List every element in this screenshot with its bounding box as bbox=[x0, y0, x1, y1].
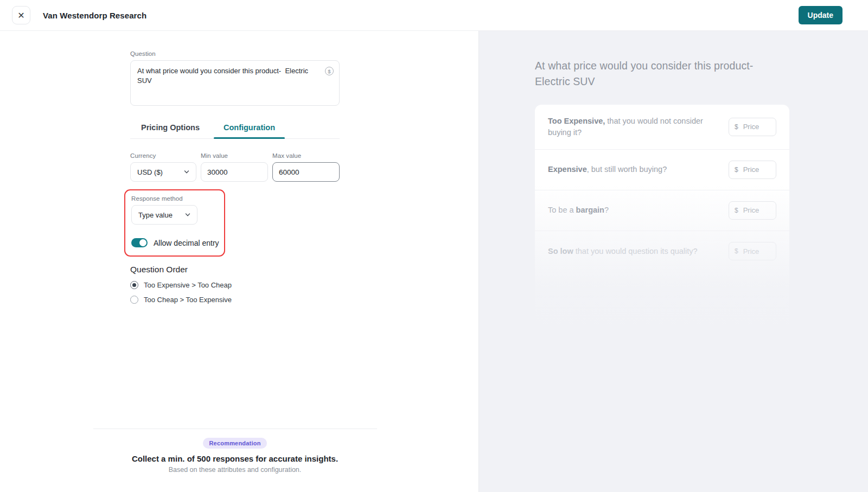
response-method-select[interactable]: Type value bbox=[131, 205, 197, 225]
question-label: Question bbox=[130, 50, 340, 57]
tab-bar: Pricing Options Configuration bbox=[130, 119, 340, 139]
radio-selected-icon bbox=[130, 281, 138, 289]
question-order-title: Question Order bbox=[130, 265, 340, 274]
tab-pricing-options[interactable]: Pricing Options bbox=[139, 119, 202, 138]
dollar-icon: $ bbox=[735, 166, 738, 174]
preview-row-text: So low that you would question its quali… bbox=[548, 246, 708, 257]
close-icon: ✕ bbox=[17, 10, 24, 21]
chevron-down-icon bbox=[185, 212, 190, 218]
price-placeholder: Price bbox=[743, 247, 760, 255]
update-button[interactable]: Update bbox=[799, 6, 843, 24]
preview-panel: At what price would you consider this pr… bbox=[479, 31, 868, 492]
max-value-input[interactable] bbox=[272, 162, 340, 182]
radio-option-label: Too Expensive > Too Cheap bbox=[144, 281, 232, 289]
currency-select-value: USD ($) bbox=[137, 168, 163, 176]
preview-row-too-expensive: Too Expensive, that you would not consid… bbox=[535, 105, 789, 150]
divider bbox=[93, 429, 377, 429]
question-input[interactable]: At what price would you consider this pr… bbox=[130, 60, 340, 106]
dollar-icon: $ bbox=[735, 207, 738, 214]
decimal-toggle-row: Allow decimal entry bbox=[131, 238, 218, 247]
price-input-bargain[interactable]: $ Price bbox=[729, 201, 776, 220]
currency-select[interactable]: USD ($) bbox=[130, 162, 196, 182]
radio-option-too-cheap-first[interactable]: Too Cheap > Too Expensive bbox=[130, 296, 340, 304]
page-title: Van Westendorp Research bbox=[43, 11, 146, 20]
close-button[interactable]: ✕ bbox=[12, 6, 30, 24]
dollar-icon: $ bbox=[735, 247, 738, 255]
tab-configuration[interactable]: Configuration bbox=[221, 119, 277, 138]
dollar-circle-icon: $ bbox=[325, 67, 334, 75]
dollar-icon: $ bbox=[735, 123, 738, 131]
recommendation-headline: Collect a min. of 500 responses for accu… bbox=[0, 454, 470, 463]
app-window: ✕ Van Westendorp Research Update Questio… bbox=[0, 0, 868, 492]
preview-row-bargain: To be a bargain? $ Price bbox=[535, 190, 789, 231]
min-value-label: Min value bbox=[201, 152, 268, 159]
allow-decimal-label: Allow decimal entry bbox=[154, 239, 219, 247]
response-method-label: Response method bbox=[131, 195, 218, 202]
radio-option-too-expensive-first[interactable]: Too Expensive > Too Cheap bbox=[130, 281, 340, 289]
toggle-knob bbox=[139, 239, 146, 246]
top-bar: ✕ Van Westendorp Research Update bbox=[0, 0, 868, 31]
recommendation-subtext: Based on these attributes and configurat… bbox=[0, 466, 470, 474]
price-input-so-low[interactable]: $ Price bbox=[729, 242, 776, 260]
question-order-group: Question Order Too Expensive > Too Cheap… bbox=[130, 265, 340, 304]
price-placeholder: Price bbox=[743, 165, 760, 174]
preview-row-text: Too Expensive, that you would not consid… bbox=[548, 116, 708, 138]
preview-row-text: Expensive, but still worth buying? bbox=[548, 164, 708, 175]
min-value-input[interactable] bbox=[201, 162, 268, 182]
preview-row-expensive: Expensive, but still worth buying? $ Pri… bbox=[535, 150, 789, 190]
radio-unselected-icon bbox=[130, 296, 138, 304]
recommendation-badge: Recommendation bbox=[203, 438, 266, 449]
main-area: Question At what price would you conside… bbox=[0, 31, 868, 492]
price-input-too-expensive[interactable]: $ Price bbox=[729, 118, 776, 136]
price-placeholder: Price bbox=[743, 123, 760, 131]
preview-row-so-low: So low that you would question its quali… bbox=[535, 231, 789, 272]
preview-question-title: At what price would you consider this pr… bbox=[535, 58, 780, 90]
allow-decimal-toggle[interactable] bbox=[131, 238, 148, 247]
value-config-row: Currency USD ($) Min value Max value bbox=[130, 152, 340, 182]
max-value-label: Max value bbox=[272, 152, 340, 159]
question-text: At what price would you consider this pr… bbox=[137, 66, 321, 86]
editor-panel: Question At what price would you conside… bbox=[0, 31, 479, 492]
radio-option-label: Too Cheap > Too Expensive bbox=[144, 296, 232, 304]
preview-card-wrap: Too Expensive, that you would not consid… bbox=[535, 105, 789, 331]
chevron-down-icon bbox=[184, 169, 189, 175]
preview-row-text: To be a bargain? bbox=[548, 205, 708, 216]
preview-card: Too Expensive, that you would not consid… bbox=[535, 105, 789, 331]
currency-label: Currency bbox=[130, 152, 196, 159]
recommendation-footer: Recommendation Collect a min. of 500 res… bbox=[0, 429, 470, 492]
price-placeholder: Price bbox=[743, 206, 760, 214]
response-method-value: Type value bbox=[138, 211, 173, 219]
price-input-expensive[interactable]: $ Price bbox=[729, 161, 776, 179]
annotation-highlight-box: Response method Type value Allow decimal… bbox=[124, 189, 225, 257]
